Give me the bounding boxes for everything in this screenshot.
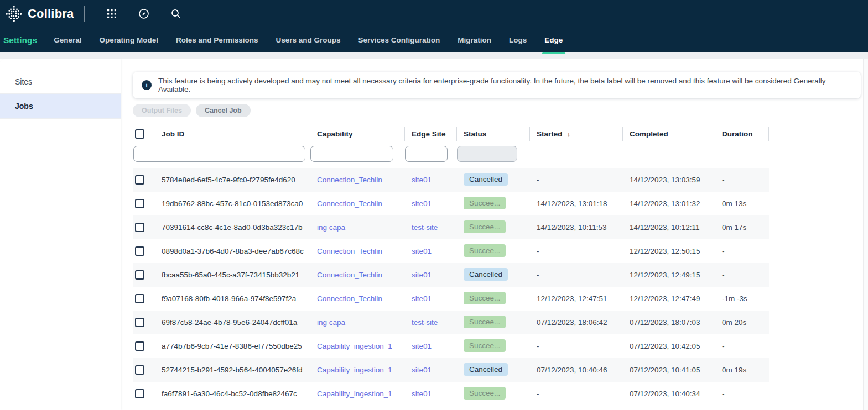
- started-cell: -: [537, 176, 539, 184]
- tab-migration[interactable]: Migration: [456, 34, 492, 46]
- capability-link[interactable]: ing capa: [317, 318, 345, 327]
- job-id-cell: fbcaa55b-65a0-445c-a37f-73415bb32b21: [162, 271, 299, 279]
- edge-site-link[interactable]: site01: [412, 366, 432, 374]
- job-row[interactable]: 19db6762-88bc-457c-81c0-0153ed873ca0Conn…: [133, 192, 769, 215]
- tab-general[interactable]: General: [53, 34, 82, 46]
- row-checkbox[interactable]: [135, 318, 144, 327]
- column-header-duration[interactable]: Duration: [715, 127, 769, 141]
- capability-link[interactable]: Connection_Techlin: [317, 271, 382, 279]
- capability-link[interactable]: Connection_Techlin: [317, 247, 382, 255]
- job-row[interactable]: f9a07168-80fb-4018-966a-974f8e597f2aConn…: [133, 287, 769, 311]
- completed-cell: 12/12/2023, 12:50:15: [630, 247, 700, 255]
- capability-link[interactable]: Capability_ingestion_1: [317, 366, 392, 374]
- column-header-capability-label: Capability: [317, 130, 353, 138]
- tab-services-configuration[interactable]: Services Configuration: [357, 34, 441, 46]
- tab-operating-model[interactable]: Operating Model: [98, 34, 159, 46]
- job-row[interactable]: 69f87c58-24ae-4b78-95e6-24047dcff01aing …: [133, 311, 769, 334]
- column-header-started[interactable]: Started ↓: [530, 127, 623, 141]
- tab-users-and-groups[interactable]: Users and Groups: [275, 34, 342, 46]
- column-header-edge-site[interactable]: Edge Site: [405, 127, 457, 141]
- column-header-duration-label: Duration: [722, 130, 753, 138]
- content-top-strip: [0, 52, 868, 59]
- started-cell: -: [537, 342, 539, 350]
- edge-site-filter-input[interactable]: [405, 146, 448, 162]
- capability-link[interactable]: Capability_ingestion_1: [317, 390, 392, 398]
- select-all-checkbox[interactable]: [135, 129, 144, 139]
- edge-site-link[interactable]: test-site: [412, 223, 438, 232]
- row-checkbox[interactable]: [135, 365, 144, 375]
- row-checkbox[interactable]: [135, 223, 144, 232]
- tab-edge[interactable]: Edge: [543, 34, 564, 46]
- row-checkbox[interactable]: [135, 246, 144, 256]
- info-icon: i: [142, 80, 152, 90]
- output-files-button[interactable]: Output Files: [133, 104, 191, 117]
- job-row[interactable]: a774b7b6-9cb7-41e7-8386-ef77550dbe25Capa…: [133, 334, 769, 358]
- cancel-job-button[interactable]: Cancel Job: [196, 104, 251, 117]
- vertical-scrollbar[interactable]: [863, 59, 868, 410]
- job-id-cell: 5784e8ed-6ef5-4c7e-9fc0-f2795fe4d620: [162, 176, 295, 184]
- edge-site-link[interactable]: site01: [412, 199, 432, 208]
- job-row[interactable]: fa6f7891-6a30-46c4-bc52-0d8fbe82467cCapa…: [133, 382, 769, 406]
- started-cell: 07/12/2023, 10:40:46: [537, 366, 607, 374]
- row-checkbox[interactable]: [135, 175, 144, 185]
- job-row[interactable]: 5784e8ed-6ef5-4c7e-9fc0-f2795fe4d620Conn…: [133, 168, 769, 192]
- job-id-cell: 19db6762-88bc-457c-81c0-0153ed873ca0: [162, 199, 303, 208]
- edge-site-link[interactable]: site01: [412, 342, 432, 350]
- status-badge: Cancelled: [464, 173, 508, 186]
- job-id-cell: a774b7b6-9cb7-41e7-8386-ef77550dbe25: [162, 342, 302, 350]
- row-checkbox[interactable]: [135, 294, 144, 303]
- brand-name: Collibra: [28, 7, 74, 21]
- completed-cell: 12/12/2023, 12:49:15: [630, 271, 700, 279]
- search-icon[interactable]: [160, 9, 192, 19]
- sidebar-item-jobs-label: Jobs: [15, 102, 33, 111]
- edge-site-link[interactable]: site01: [412, 176, 432, 184]
- job-id-filter-input[interactable]: [133, 146, 305, 162]
- tab-logs[interactable]: Logs: [508, 34, 528, 46]
- edge-site-link[interactable]: site01: [412, 295, 432, 303]
- sidebar-item-jobs[interactable]: Jobs: [0, 94, 121, 119]
- capability-link[interactable]: Connection_Techlin: [317, 295, 382, 303]
- apps-grid-icon[interactable]: [96, 9, 128, 19]
- edge-site-link[interactable]: site01: [412, 247, 432, 255]
- duration-cell: -: [722, 247, 725, 255]
- edge-site-link[interactable]: site01: [412, 390, 432, 398]
- column-header-status[interactable]: Status: [457, 127, 530, 141]
- capability-filter-input[interactable]: [310, 146, 393, 162]
- duration-cell: -: [722, 342, 725, 350]
- column-header-capability[interactable]: Capability: [310, 127, 405, 141]
- row-checkbox[interactable]: [135, 389, 144, 398]
- jobs-main-panel: i This feature is being actively develop…: [121, 59, 868, 410]
- column-header-completed[interactable]: Completed: [623, 127, 715, 141]
- job-row[interactable]: fbcaa55b-65a0-445c-a37f-73415bb32b21Conn…: [133, 263, 769, 287]
- row-checkbox[interactable]: [135, 199, 144, 208]
- job-id-cell: 52744215-b291-4592-b564-4004057e26fd: [162, 366, 302, 374]
- capability-link[interactable]: ing capa: [317, 223, 345, 232]
- row-checkbox[interactable]: [135, 270, 144, 280]
- tab-roles-and-permissions[interactable]: Roles and Permissions: [175, 34, 259, 46]
- capability-link[interactable]: Capability_ingestion_1: [317, 342, 392, 350]
- edge-site-link[interactable]: test-site: [412, 318, 438, 327]
- jobs-table-header: Job ID Capability Edge Site Status Start…: [133, 124, 769, 144]
- started-cell: 12/12/2023, 12:47:51: [537, 295, 607, 303]
- job-row[interactable]: 0898d0a1-37b6-4d07-8ba3-dee7ab67c68cConn…: [133, 239, 769, 263]
- column-header-job-id[interactable]: Job ID: [155, 127, 310, 141]
- sidebar-item-sites[interactable]: Sites: [0, 69, 121, 94]
- status-badge: Cancelled: [464, 363, 508, 376]
- compass-icon[interactable]: [128, 8, 160, 19]
- status-badge: Succee...: [464, 316, 506, 328]
- beta-banner-text: This feature is being actively developed…: [158, 77, 852, 93]
- status-filter-input[interactable]: [457, 146, 517, 162]
- capability-link[interactable]: Connection_Techlin: [317, 199, 382, 208]
- duration-cell: 0m 17s: [722, 223, 746, 232]
- job-row[interactable]: 52744215-b291-4592-b564-4004057e26fdCapa…: [133, 358, 769, 382]
- job-id-cell: f9a07168-80fb-4018-966a-974f8e597f2a: [162, 295, 296, 303]
- status-badge: Cancelled: [464, 268, 508, 281]
- duration-cell: -: [722, 176, 725, 184]
- duration-cell: -1m -3s: [722, 295, 747, 303]
- job-id-cell: 69f87c58-24ae-4b78-95e6-24047dcff01a: [162, 318, 297, 327]
- collibra-logo[interactable]: Collibra: [6, 6, 74, 22]
- job-row[interactable]: 70391614-cc8c-4c1e-8ad0-0d3ba323c17bing …: [133, 215, 769, 239]
- capability-link[interactable]: Connection_Techlin: [317, 176, 382, 184]
- edge-site-link[interactable]: site01: [412, 271, 432, 279]
- row-checkbox[interactable]: [135, 341, 144, 351]
